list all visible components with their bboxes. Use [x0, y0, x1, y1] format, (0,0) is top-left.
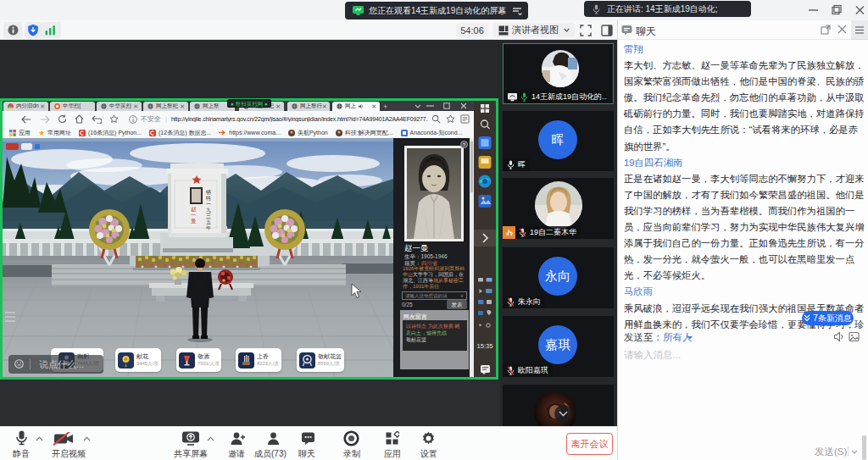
svg-text:牲: 牲	[206, 196, 211, 201]
svg-text:三: 三	[206, 213, 211, 219]
svg-text:九: 九	[206, 208, 211, 213]
svg-text:一: 一	[191, 212, 197, 218]
svg-text:牺: 牺	[206, 190, 211, 195]
svg-text:曼: 曼	[191, 218, 197, 224]
svg-text:15:35: 15:35	[477, 342, 493, 350]
svg-text:一: 一	[206, 202, 211, 207]
svg-text:五: 五	[206, 219, 211, 224]
svg-text:年: 年	[206, 225, 211, 230]
